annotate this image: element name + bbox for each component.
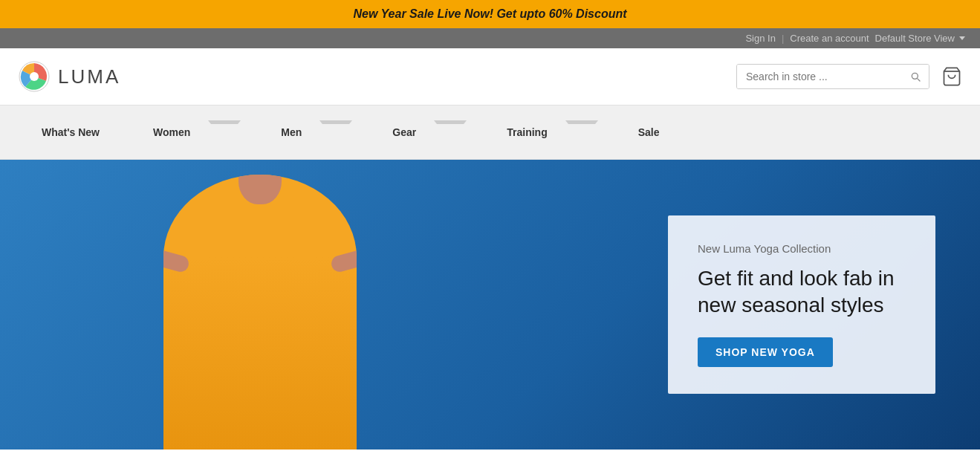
nav-item-women: Women xyxy=(126,106,254,159)
hero-title: Get fit and look fab in new seasonal sty… xyxy=(698,265,906,319)
nav-link-whats-new[interactable]: What's New xyxy=(15,106,126,159)
logo[interactable]: LUMA xyxy=(18,60,120,93)
search-bar xyxy=(736,64,929,89)
chevron-down-icon xyxy=(208,120,241,145)
signin-link[interactable]: Sign In xyxy=(745,33,775,44)
main-nav: What's New Women Men Gear Training xyxy=(0,105,980,160)
nav-link-sale[interactable]: Sale xyxy=(611,106,687,159)
header-right xyxy=(736,64,962,89)
nav-item-gear: Gear xyxy=(366,106,480,159)
hero-subtitle: New Luma Yoga Collection xyxy=(698,242,906,255)
create-account-link[interactable]: Create an account xyxy=(790,33,869,44)
figure-body xyxy=(163,175,357,450)
promo-banner: New Year Sale Live Now! Get upto 60% Dis… xyxy=(0,0,980,28)
chevron-down-icon xyxy=(319,120,352,145)
search-input[interactable] xyxy=(737,65,902,88)
search-icon xyxy=(909,71,921,82)
logo-text: LUMA xyxy=(58,65,120,88)
figure-head xyxy=(238,175,282,204)
search-button[interactable] xyxy=(902,65,929,88)
nav-link-men[interactable]: Men xyxy=(254,106,366,159)
chevron-down-icon xyxy=(959,36,965,40)
store-view-dropdown[interactable]: Default Store View xyxy=(875,33,965,44)
svg-point-1 xyxy=(30,72,39,81)
nav-item-whats-new: What's New xyxy=(15,106,126,159)
nav-item-men: Men xyxy=(254,106,366,159)
chevron-down-icon xyxy=(434,120,467,145)
logo-icon xyxy=(18,60,51,93)
figure-arm-left xyxy=(163,241,190,274)
nav-item-sale: Sale xyxy=(611,106,687,159)
header: LUMA xyxy=(0,48,980,105)
top-bar-separator: | xyxy=(782,33,784,44)
nav-list: What's New Women Men Gear Training xyxy=(0,106,980,159)
hero-cta-button[interactable]: Shop New Yoga xyxy=(698,337,833,367)
cart-icon[interactable] xyxy=(941,66,962,87)
nav-item-training: Training xyxy=(480,106,611,159)
store-view-label: Default Store View xyxy=(875,33,955,44)
nav-link-gear[interactable]: Gear xyxy=(366,106,480,159)
nav-link-training[interactable]: Training xyxy=(480,106,611,159)
hero-figure xyxy=(149,160,371,450)
figure-arm-right xyxy=(330,241,357,274)
promo-banner-text: New Year Sale Live Now! Get upto 60% Dis… xyxy=(353,7,626,20)
hero-content-card: New Luma Yoga Collection Get fit and loo… xyxy=(668,215,935,394)
hero-section: New Luma Yoga Collection Get fit and loo… xyxy=(0,160,980,450)
top-bar: Sign In | Create an account Default Stor… xyxy=(0,28,980,48)
chevron-down-icon xyxy=(565,120,598,145)
nav-link-women[interactable]: Women xyxy=(126,106,254,159)
shopping-cart-icon xyxy=(941,66,962,87)
